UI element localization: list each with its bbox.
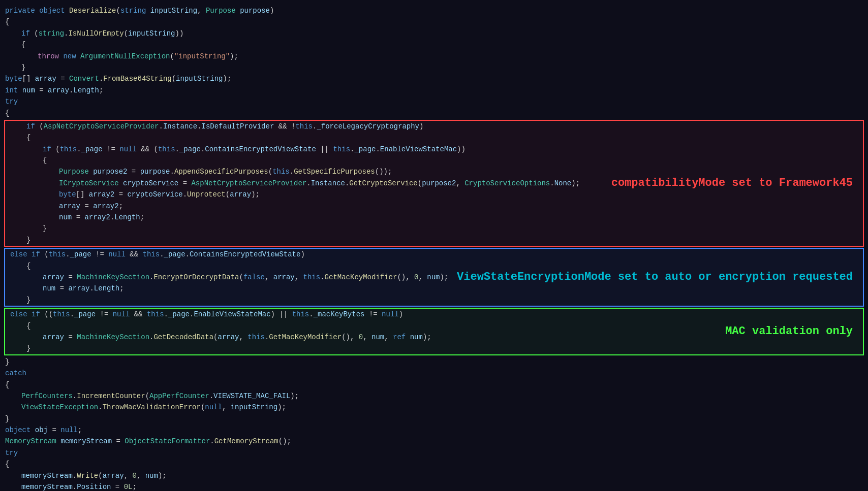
code-line: { bbox=[0, 108, 868, 119]
green-block-label: MAC validation only bbox=[725, 322, 853, 340]
code-line: { bbox=[5, 132, 863, 143]
code-line: ViewStateException.ThrowMacValidationErr… bbox=[0, 402, 868, 413]
code-line: { bbox=[0, 379, 868, 390]
code-line: PerfCounters.IncrementCounter(AppPerfCou… bbox=[0, 390, 868, 402]
red-block-label: compatibilityMode set to Framework45 bbox=[611, 174, 853, 192]
code-line: { bbox=[0, 16, 868, 27]
code-line: byte[] array = Convert.FromBase64String(… bbox=[0, 73, 868, 84]
code-line: try bbox=[0, 96, 868, 107]
code-line: { bbox=[5, 155, 863, 166]
code-line: catch bbox=[0, 368, 868, 379]
code-line: } bbox=[0, 62, 868, 73]
code-line: memoryStream.Write(array, 0, num); bbox=[0, 470, 868, 481]
blue-block: ViewStateEncryptionMode set to auto or e… bbox=[4, 248, 864, 307]
code-line: if (AspNetCryptoServiceProvider.Instance… bbox=[5, 121, 863, 132]
code-line: throw new ArgumentNullException("inputSt… bbox=[0, 51, 868, 62]
code-line: } bbox=[0, 413, 868, 424]
code-line: int num = array.Length; bbox=[0, 85, 868, 96]
code-line: else if (this._page != null && this._pag… bbox=[5, 249, 863, 260]
red-block: compatibilityMode set to Framework45 if … bbox=[4, 120, 864, 247]
code-line: try bbox=[0, 447, 868, 459]
code-line: memoryStream.Position = 0L; bbox=[0, 481, 868, 491]
green-block: MAC validation only else if ((this._page… bbox=[4, 308, 864, 355]
code-line: } bbox=[5, 223, 863, 234]
code-line: MemoryStream memoryStream = ObjectStateF… bbox=[0, 436, 868, 447]
code-line: { bbox=[0, 39, 868, 50]
code-line: num = array2.Length; bbox=[5, 212, 863, 223]
code-line: else if ((this._page != null && this._pa… bbox=[5, 309, 863, 320]
code-line: } bbox=[5, 343, 863, 354]
code-line: } bbox=[5, 294, 863, 306]
code-container: private object Deserialize(string inputS… bbox=[0, 0, 868, 491]
code-line: if (string.IsNullOrEmpty(inputString)) bbox=[0, 28, 868, 39]
code-line: } bbox=[0, 356, 868, 368]
code-line: { bbox=[0, 459, 868, 470]
code-line: if (this._page != null && (this._page.Co… bbox=[5, 144, 863, 155]
code-line: object obj = null; bbox=[0, 424, 868, 436]
blue-block-label: ViewStateEncryptionMode set to auto or e… bbox=[457, 269, 853, 286]
code-line: } bbox=[5, 235, 863, 246]
code-line: array = array2; bbox=[5, 201, 863, 212]
code-line: private object Deserialize(string inputS… bbox=[0, 5, 868, 16]
